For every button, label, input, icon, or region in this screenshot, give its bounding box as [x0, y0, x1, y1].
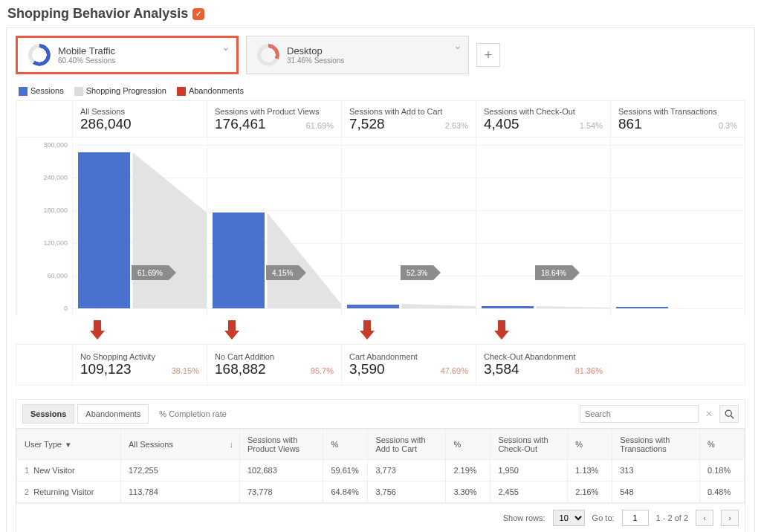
segment-title: Mobile Traffic — [58, 45, 115, 56]
th-pct[interactable]: % — [700, 429, 745, 460]
legend-label: Shopping Progression — [86, 86, 166, 95]
y-tick: 60,000 — [47, 272, 68, 279]
progression-tag: 52.3% — [401, 265, 441, 280]
svg-marker-0 — [132, 152, 207, 308]
col-label: Sessions with Check-Out — [484, 107, 603, 116]
tab-completion-rate[interactable]: % Completion rate — [152, 405, 234, 423]
y-tick: 180,000 — [43, 207, 68, 214]
svg-line-13 — [731, 415, 734, 418]
bar-add-to-cart — [347, 305, 399, 309]
abandon-arrow-icon — [222, 320, 242, 341]
progression-tag: 18.64% — [535, 265, 580, 280]
y-tick: 240,000 — [43, 174, 68, 181]
th-product-views[interactable]: Sessions with Product Views — [240, 429, 323, 460]
abandonment-row: No Shopping Activity109,12338.15% No Car… — [16, 344, 745, 386]
verified-icon — [192, 8, 204, 20]
search-button[interactable] — [719, 405, 739, 423]
progression-tag: 4.15% — [266, 265, 306, 280]
col-pct: 2.63% — [445, 121, 468, 130]
col-pct: 61.69% — [306, 121, 334, 130]
funnel-header-row: All Sessions286,040 Sessions with Produc… — [16, 100, 745, 137]
aband-value: 168,882 — [215, 361, 266, 377]
svg-marker-5 — [90, 331, 105, 340]
bar-product-views — [213, 213, 265, 308]
segment-title: Desktop — [287, 45, 344, 56]
col-label: Sessions with Product Views — [215, 107, 334, 116]
legend-swatch-sessions — [19, 87, 27, 96]
aband-label: No Shopping Activity — [80, 352, 199, 361]
sessions-table: User Type▾ All Sessions↓ Sessions with P… — [16, 429, 745, 503]
svg-rect-6 — [228, 320, 236, 331]
col-label: Sessions with Add to Cart — [349, 107, 468, 116]
goto-page-input[interactable] — [622, 510, 649, 526]
y-tick: 120,000 — [43, 239, 68, 247]
th-pct[interactable]: % — [568, 429, 612, 460]
analysis-card: Mobile Traffic 60.40% Sessions ⌄ Desktop… — [6, 27, 755, 532]
clear-search-icon[interactable]: ✕ — [702, 406, 716, 421]
th-transactions[interactable]: Sessions with Transactions — [612, 429, 700, 460]
table-row[interactable]: 1 New Visitor 172,255 102,683 59.61% 3,7… — [17, 460, 745, 481]
col-value: 861 — [618, 116, 642, 132]
goto-label: Go to: — [592, 513, 615, 522]
svg-marker-3 — [536, 306, 610, 308]
th-user-type[interactable]: User Type▾ — [17, 429, 121, 460]
tab-sessions[interactable]: Sessions — [22, 404, 74, 424]
abandon-arrow-icon — [357, 320, 377, 341]
th-add-to-cart[interactable]: Sessions with Add to Cart — [368, 429, 446, 460]
segment-card-desktop[interactable]: Desktop 31.46% Sessions ⌄ — [246, 36, 469, 74]
chevron-down-icon[interactable]: ⌄ — [453, 39, 462, 51]
aband-value: 3,584 — [484, 361, 519, 377]
table-row[interactable]: 2 Returning Visitor 113,784 73,778 64.84… — [17, 481, 745, 503]
add-segment-button[interactable]: + — [476, 43, 500, 67]
segment-card-mobile[interactable]: Mobile Traffic 60.40% Sessions ⌄ — [16, 36, 239, 74]
svg-point-12 — [725, 410, 731, 416]
user-type: New Visitor — [33, 466, 74, 475]
legend-swatch-abandonments — [177, 87, 186, 96]
th-pct[interactable]: % — [446, 429, 490, 460]
th-all-sessions[interactable]: All Sessions↓ — [121, 429, 240, 460]
tab-abandonments[interactable]: Abandonments — [77, 404, 149, 424]
th-pct[interactable]: % — [323, 429, 368, 460]
legend-swatch-progression — [74, 87, 83, 96]
prev-page-button[interactable]: ‹ — [696, 510, 713, 526]
chart-legend: Sessions Shopping Progression Abandonmen… — [16, 79, 745, 100]
col-label: All Sessions — [80, 107, 199, 116]
svg-marker-9 — [360, 331, 375, 340]
abandon-arrow-icon — [492, 320, 511, 341]
dropdown-icon: ▾ — [66, 440, 71, 450]
aband-label: No Cart Addition — [215, 352, 334, 361]
user-type: Returning Visitor — [33, 487, 94, 496]
svg-marker-7 — [224, 331, 239, 340]
bar-all-sessions — [78, 152, 130, 308]
next-page-button[interactable]: › — [721, 510, 739, 526]
col-value: 4,405 — [484, 116, 519, 132]
search-icon — [725, 409, 734, 419]
page-range: 1 - 2 of 2 — [656, 513, 688, 522]
aband-label: Cart Abandonment — [349, 352, 468, 361]
segment-subtitle: 60.40% Sessions — [58, 56, 115, 65]
aband-label: Check-Out Abandonment — [484, 352, 603, 361]
col-pct: 0.3% — [719, 121, 737, 130]
col-value: 7,528 — [349, 116, 385, 132]
legend-label: Sessions — [30, 86, 64, 95]
svg-rect-4 — [94, 320, 101, 331]
aband-value: 109,123 — [80, 361, 132, 377]
col-label: Sessions with Transactions — [618, 107, 737, 116]
abandon-arrow-icon — [88, 320, 107, 341]
svg-marker-11 — [494, 331, 509, 340]
svg-marker-1 — [267, 213, 341, 308]
svg-rect-8 — [363, 320, 371, 331]
rows-per-page-select[interactable]: 10 — [553, 510, 585, 526]
col-value: 176,461 — [215, 116, 266, 132]
y-tick: 0 — [64, 305, 68, 312]
svg-rect-10 — [498, 320, 505, 331]
col-pct: 1.54% — [580, 121, 603, 130]
bar-transactions — [616, 307, 668, 308]
legend-label: Abandonments — [189, 86, 244, 95]
chevron-down-icon[interactable]: ⌄ — [221, 41, 230, 53]
aband-pct: 95.7% — [311, 366, 334, 375]
search-input[interactable] — [580, 405, 699, 423]
th-check-out[interactable]: Sessions with Check-Out — [490, 429, 568, 460]
show-rows-label: Show rows: — [503, 513, 545, 522]
aband-pct: 47.69% — [441, 366, 468, 375]
